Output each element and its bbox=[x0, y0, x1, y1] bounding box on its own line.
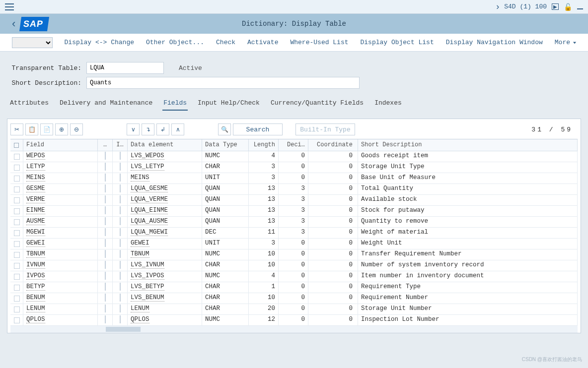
table-row[interactable]: TBNUMTBNUMNUMC1000Transfer Requirement N… bbox=[10, 249, 578, 260]
initial-checkbox[interactable] bbox=[120, 184, 121, 192]
initial-checkbox[interactable] bbox=[120, 294, 121, 302]
initial-checkbox[interactable] bbox=[120, 250, 121, 258]
initial-checkbox[interactable] bbox=[120, 305, 121, 312]
row-select-checkbox[interactable] bbox=[14, 165, 20, 171]
key-checkbox[interactable] bbox=[105, 239, 106, 247]
expand-all-icon[interactable]: ∨ bbox=[127, 123, 140, 135]
table-row[interactable]: LETYPLVS_LETYPCHAR300Storage Unit Type bbox=[10, 162, 578, 173]
field-name-link[interactable]: GEWEI bbox=[26, 240, 45, 247]
initial-checkbox[interactable] bbox=[120, 174, 121, 182]
col-key[interactable]: … bbox=[98, 139, 113, 151]
table-row[interactable]: LENUMLENUMCHAR2000Storage Unit Number bbox=[10, 304, 578, 315]
field-name-link[interactable]: IVPOS bbox=[26, 272, 45, 280]
more-menu[interactable]: More bbox=[555, 39, 576, 46]
row-select-checkbox[interactable] bbox=[14, 241, 20, 247]
transparent-table-input[interactable] bbox=[86, 62, 164, 74]
col-field[interactable]: Field bbox=[23, 139, 98, 151]
insert-row-icon[interactable]: ⊕ bbox=[55, 123, 68, 135]
row-select-checkbox[interactable] bbox=[14, 285, 20, 291]
copy-icon[interactable]: 📋 bbox=[25, 123, 38, 135]
field-name-link[interactable]: LENUM bbox=[26, 305, 45, 312]
field-name-link[interactable]: VERME bbox=[26, 196, 45, 203]
data-element-link[interactable]: LENUM bbox=[131, 305, 149, 312]
delete-row-icon[interactable]: ⊖ bbox=[70, 123, 83, 135]
col-coordinate[interactable]: Coordinate bbox=[308, 139, 358, 151]
search-button[interactable]: Search bbox=[233, 123, 283, 135]
row-select-checkbox[interactable] bbox=[14, 274, 20, 280]
tab-fields[interactable]: Fields bbox=[162, 97, 188, 111]
col-length[interactable]: Length bbox=[249, 139, 279, 151]
table-row[interactable]: GESMELQUA_GESMEQUAN1330Total Quantity bbox=[10, 184, 578, 195]
data-element-link[interactable]: LVS_BENUM bbox=[131, 294, 164, 302]
col-init[interactable]: I… bbox=[113, 139, 128, 151]
key-checkbox[interactable] bbox=[105, 174, 106, 182]
data-element-link[interactable]: LQUA_EINME bbox=[131, 207, 168, 214]
command-field-select[interactable] bbox=[12, 37, 53, 48]
initial-checkbox[interactable] bbox=[120, 239, 121, 247]
initial-checkbox[interactable] bbox=[120, 283, 121, 291]
tab-indexes[interactable]: Indexes bbox=[373, 97, 403, 111]
key-checkbox[interactable] bbox=[105, 152, 106, 160]
tab-attributes[interactable]: Attributes bbox=[9, 97, 50, 111]
field-name-link[interactable]: WEPOS bbox=[26, 152, 45, 160]
cut-icon[interactable]: ✂ bbox=[10, 123, 23, 135]
row-select-checkbox[interactable] bbox=[14, 186, 20, 192]
menu-icon[interactable] bbox=[5, 3, 14, 10]
col-data-element[interactable]: Data element bbox=[128, 139, 202, 151]
field-name-link[interactable]: MGEWI bbox=[26, 229, 45, 236]
minimize-icon[interactable] bbox=[577, 8, 583, 9]
key-checkbox[interactable] bbox=[105, 283, 106, 291]
key-checkbox[interactable] bbox=[105, 228, 106, 236]
initial-checkbox[interactable] bbox=[120, 206, 121, 214]
field-name-link[interactable]: TBNUM bbox=[26, 250, 45, 258]
initial-checkbox[interactable] bbox=[120, 163, 121, 171]
initial-checkbox[interactable] bbox=[120, 272, 121, 280]
data-element-link[interactable]: QPLOS bbox=[131, 316, 149, 323]
data-element-link[interactable]: LQUA_AUSME bbox=[131, 218, 168, 225]
select-all-icon[interactable] bbox=[14, 143, 19, 148]
key-checkbox[interactable] bbox=[105, 272, 106, 280]
initial-checkbox[interactable] bbox=[120, 195, 121, 203]
table-row[interactable]: IVNUMLVS_IVNUMCHAR1000Number of system i… bbox=[10, 260, 578, 271]
table-row[interactable]: IVPOSLVS_IVPOSNUMC400Item number in inve… bbox=[10, 271, 578, 282]
key-checkbox[interactable] bbox=[105, 305, 106, 312]
field-name-link[interactable]: LETYP bbox=[26, 163, 45, 171]
row-select-checkbox[interactable] bbox=[14, 154, 20, 160]
collapse-all-icon[interactable]: ∧ bbox=[171, 123, 184, 135]
data-element-link[interactable]: LQUA_MGEWI bbox=[131, 229, 168, 236]
initial-checkbox[interactable] bbox=[120, 152, 121, 160]
table-row[interactable]: BENUMLVS_BENUMCHAR1000Requirement Number bbox=[10, 293, 578, 304]
check-button[interactable]: Check bbox=[216, 39, 235, 46]
col-decimals[interactable]: Deci… bbox=[279, 139, 308, 151]
tab-delivery[interactable]: Delivery and Maintenance bbox=[59, 97, 153, 111]
row-select-checkbox[interactable] bbox=[14, 307, 20, 312]
horizontal-scrollbar[interactable] bbox=[10, 326, 578, 333]
row-select-checkbox[interactable] bbox=[14, 252, 20, 258]
key-checkbox[interactable] bbox=[105, 315, 106, 323]
tab-input-help[interactable]: Input Help/Check bbox=[197, 97, 261, 111]
col-short-desc[interactable]: Short Description bbox=[358, 139, 578, 151]
data-element-link[interactable]: LVS_BETYP bbox=[131, 283, 164, 291]
key-checkbox[interactable] bbox=[105, 184, 106, 192]
lock-icon[interactable]: 🔓 bbox=[564, 3, 572, 11]
data-element-link[interactable]: LVS_LETYP bbox=[131, 163, 164, 171]
data-element-link[interactable]: LVS_WEPOS bbox=[131, 152, 164, 160]
key-checkbox[interactable] bbox=[105, 294, 106, 302]
table-row[interactable]: BETYPLVS_BETYPCHAR100Requirement Type bbox=[10, 282, 578, 293]
col-data-type[interactable]: Data Type bbox=[202, 139, 249, 151]
row-select-checkbox[interactable] bbox=[14, 230, 20, 236]
short-description-input[interactable] bbox=[86, 77, 360, 89]
row-select-checkbox[interactable] bbox=[14, 176, 20, 182]
key-checkbox[interactable] bbox=[105, 206, 106, 214]
find-icon[interactable]: 🔍 bbox=[218, 123, 231, 135]
display-nav-window-button[interactable]: Display Navigation Window bbox=[446, 39, 543, 46]
initial-checkbox[interactable] bbox=[120, 228, 121, 236]
row-select-checkbox[interactable] bbox=[14, 317, 20, 323]
display-change-button[interactable]: Display <-> Change bbox=[65, 39, 134, 46]
table-row[interactable]: MEINSMEINSUNIT300Base Unit of Measure bbox=[10, 173, 578, 184]
continue-icon[interactable]: › bbox=[496, 1, 499, 12]
play-icon[interactable]: ▶ bbox=[552, 3, 559, 10]
field-name-link[interactable]: IVNUM bbox=[26, 261, 45, 269]
table-row[interactable]: GEWEIGEWEIUNIT300Weight Unit bbox=[10, 239, 578, 249]
data-element-link[interactable]: LQUA_VERME bbox=[131, 196, 168, 203]
